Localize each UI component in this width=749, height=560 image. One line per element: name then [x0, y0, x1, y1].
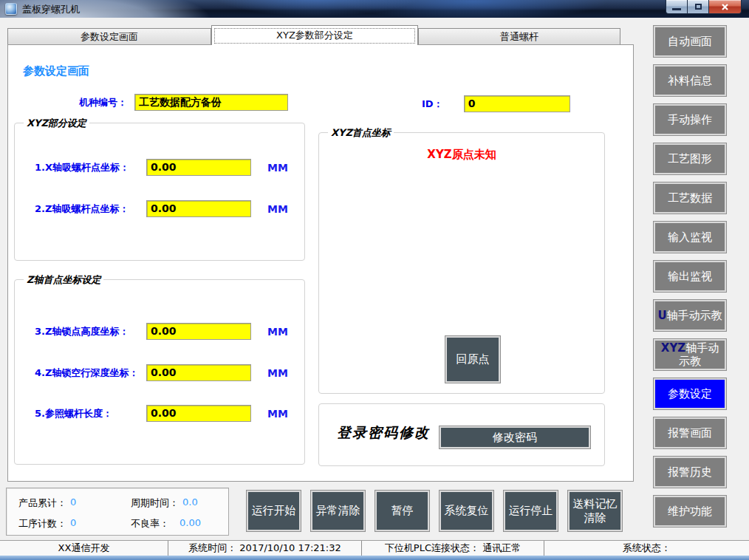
minimize-icon: [672, 8, 681, 10]
z-lock-depth-input[interactable]: 0.00: [146, 364, 251, 381]
sidebar-item-output-monitor[interactable]: 输出监视: [653, 260, 727, 293]
main-panel: 参数设定画面 机种编号： 工艺数据配方备份 ID： 0 XYZ部分设定 1.X轴…: [7, 44, 634, 482]
sidebar-item-process-data[interactable]: 工艺数据: [653, 182, 727, 214]
sidebar-item-input-monitor[interactable]: 输入监视: [653, 221, 727, 253]
status-comm-dev: XX通信开发: [0, 541, 168, 556]
id-input[interactable]: 0: [464, 95, 570, 112]
feed-memory-clear-button[interactable]: 送料记忆清除: [567, 490, 623, 532]
id-label: ID：: [422, 98, 443, 111]
system-reset-button[interactable]: 系统复位: [439, 490, 494, 532]
app-window: 盖板穿螺孔机 参数设定画面 XYZ参数部分设定 普通螺杆 参数设定画面 机种编号…: [0, 0, 749, 560]
z-pick-coord-input[interactable]: 0.00: [146, 200, 251, 217]
status-system-time: 系统时间： 2017/10/10 17:21:32: [168, 541, 362, 556]
tab-normal-screw[interactable]: 普通螺杆: [418, 28, 620, 45]
maximize-icon: [695, 4, 702, 10]
run-start-button[interactable]: 运行开始: [246, 490, 301, 532]
window-title: 盖板穿螺孔机: [22, 3, 80, 16]
unit-label: MM: [267, 203, 288, 215]
sidebar-item-manual-operation[interactable]: 手动操作: [653, 103, 727, 136]
xyz-axis-teach-text: XYZ轴手动示教: [656, 341, 724, 368]
group-password: 登录密码修改 修改密码: [318, 403, 605, 466]
cycle-time-label: 周期时间：: [131, 496, 179, 510]
group-xyz-title: XYZ部分设定: [24, 117, 89, 130]
ref-screw-length-input[interactable]: 0.00: [146, 405, 251, 422]
group-xyz-section: XYZ部分设定 1.X轴吸螺杆点坐标： 0.00 MM 2.Z轴吸螺杆点坐标： …: [14, 123, 305, 261]
group-z-section: Z轴首点坐标设定 3.Z轴锁点高度坐标： 0.00 MM 4.Z轴锁空行深度坐标…: [14, 279, 305, 465]
field-row: 3.Z轴锁点高度坐标： 0.00 MM: [35, 323, 288, 340]
error-clear-button[interactable]: 异常清除: [310, 490, 366, 532]
status-bar: XX通信开发 系统时间： 2017/10/10 17:21:32 下位机PLC连…: [0, 540, 749, 556]
login-password-label: 登录密码修改: [337, 423, 430, 443]
product-total-label: 产品累计：: [18, 496, 66, 510]
x-pick-coord-input[interactable]: 0.00: [146, 159, 251, 176]
cycle-time: 周期时间： 0.0: [131, 496, 198, 510]
x-pick-coord-label: 1.X轴吸螺杆点坐标：: [35, 161, 146, 174]
sidebar-item-xyz-axis-teach[interactable]: XYZ轴手动示教: [653, 338, 727, 371]
defect-rate-label: 不良率：: [131, 517, 169, 530]
unit-label: MM: [267, 162, 288, 174]
model-number-label: 机种编号：: [79, 96, 127, 109]
sidebar-item-process-graphic[interactable]: 工艺图形: [653, 143, 727, 175]
defect-rate: 不良率： 0.00: [131, 517, 201, 530]
defect-rate-value: 0.00: [179, 517, 201, 530]
z-lock-height-label: 3.Z轴锁点高度坐标：: [35, 325, 146, 338]
sidebar-item-parameter-setting[interactable]: 参数设定: [653, 378, 727, 410]
unit-label: MM: [267, 367, 288, 379]
group-xyz-origin: XYZ首点坐标 XYZ原点未知 回原点: [318, 132, 605, 394]
sidebar-item-auto-screen[interactable]: 自动画面: [653, 25, 727, 58]
sidebar-item-alarm-screen[interactable]: 报警画面: [653, 417, 727, 449]
group-origin-title: XYZ首点坐标: [328, 126, 394, 140]
tab-param-screen[interactable]: 参数设定画面: [7, 28, 211, 45]
field-row: 4.Z轴锁空行深度坐标： 0.00 MM: [35, 364, 288, 381]
status-system-state: 系统状态：: [544, 541, 749, 556]
product-total: 产品累计： 0: [18, 496, 76, 510]
pause-button[interactable]: 暂停: [374, 490, 430, 532]
title-bar: 盖板穿螺孔机: [0, 0, 749, 18]
origin-unknown-status: XYZ原点未知: [319, 148, 604, 162]
app-icon: [5, 3, 17, 15]
field-row: 2.Z轴吸螺杆点坐标： 0.00 MM: [35, 200, 288, 217]
sidebar-item-maintenance[interactable]: 维护功能: [653, 495, 727, 527]
z-lock-depth-label: 4.Z轴锁空行深度坐标：: [35, 366, 146, 380]
unit-label: MM: [267, 408, 288, 420]
z-lock-height-input[interactable]: 0.00: [146, 323, 251, 340]
u-axis-teach-text: U轴手动示教: [657, 309, 722, 322]
window-bottom-border: [0, 556, 749, 560]
page-title: 参数设定画面: [23, 64, 89, 78]
field-row: 1.X轴吸螺杆点坐标： 0.00 MM: [35, 159, 288, 176]
status-plc-connection: 下位机PLC连接状态： 通讯正常: [362, 541, 544, 556]
close-button[interactable]: [709, 0, 742, 14]
home-origin-button[interactable]: 回原点: [445, 335, 501, 383]
counters-panel: 产品累计： 0 周期时间： 0.0 工序计数： 0 不良率： 0.00: [6, 488, 229, 536]
group-z-title: Z轴首点坐标设定: [24, 273, 103, 287]
product-total-value: 0: [70, 496, 76, 510]
field-row: 5.参照螺杆长度： 0.00 MM: [35, 405, 288, 422]
window-controls: [666, 0, 742, 14]
minimize-button[interactable]: [666, 0, 688, 14]
process-count-value: 0: [70, 517, 76, 530]
close-icon: [721, 3, 729, 11]
ref-screw-length-label: 5.参照螺杆长度：: [35, 407, 146, 420]
process-count-label: 工序计数：: [18, 517, 66, 530]
process-count: 工序计数： 0: [18, 517, 76, 530]
unit-label: MM: [267, 326, 288, 338]
model-number-input[interactable]: 工艺数据配方备份: [134, 94, 288, 111]
run-stop-button[interactable]: 运行停止: [503, 490, 558, 532]
sidebar-item-alarm-history[interactable]: 报警历史: [653, 456, 727, 488]
z-pick-coord-label: 2.Z轴吸螺杆点坐标：: [35, 202, 146, 216]
sidebar-item-refill-info[interactable]: 补料信息: [653, 64, 727, 97]
change-password-button[interactable]: 修改密码: [439, 426, 591, 449]
cycle-time-value: 0.0: [182, 496, 198, 510]
tab-xyz-param[interactable]: XYZ参数部分设定: [211, 25, 418, 45]
maximize-button[interactable]: [688, 0, 709, 14]
sidebar-item-u-axis-teach[interactable]: U轴手动示教: [653, 299, 727, 332]
